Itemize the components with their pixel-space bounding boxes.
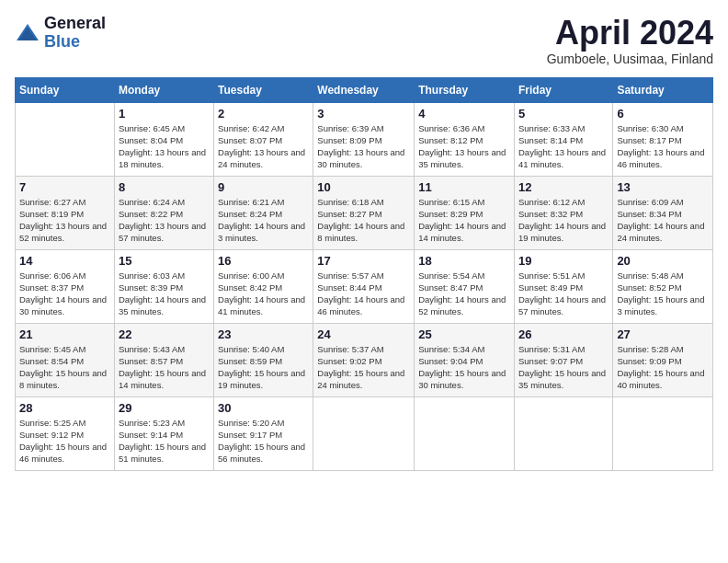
day-info: Sunrise: 6:36 AMSunset: 8:12 PMDaylight:… bbox=[418, 122, 510, 171]
weekday-header-tuesday: Tuesday bbox=[214, 77, 313, 102]
day-info: Sunrise: 6:12 AMSunset: 8:32 PMDaylight:… bbox=[518, 196, 609, 245]
day-info: Sunrise: 6:21 AMSunset: 8:24 PMDaylight:… bbox=[218, 196, 309, 245]
week-row-1: 1Sunrise: 6:45 AMSunset: 8:04 PMDaylight… bbox=[16, 102, 713, 176]
day-number: 6 bbox=[617, 107, 709, 121]
weekday-header-friday: Friday bbox=[514, 77, 612, 102]
weekday-header-row: SundayMondayTuesdayWednesdayThursdayFrid… bbox=[16, 77, 713, 102]
day-info: Sunrise: 6:18 AMSunset: 8:27 PMDaylight:… bbox=[317, 196, 410, 245]
day-info: Sunrise: 6:42 AMSunset: 8:07 PMDaylight:… bbox=[218, 122, 309, 171]
calendar-cell: 6Sunrise: 6:30 AMSunset: 8:17 PMDaylight… bbox=[613, 102, 713, 176]
day-number: 1 bbox=[119, 107, 210, 121]
weekday-header-sunday: Sunday bbox=[16, 77, 115, 102]
weekday-header-thursday: Thursday bbox=[415, 77, 515, 102]
day-number: 13 bbox=[617, 180, 709, 194]
day-number: 19 bbox=[518, 254, 609, 268]
day-number: 8 bbox=[119, 180, 210, 194]
day-number: 16 bbox=[218, 254, 309, 268]
page-header: General Blue April 2024 Gumboele, Uusima… bbox=[15, 15, 713, 66]
day-info: Sunrise: 6:39 AMSunset: 8:09 PMDaylight:… bbox=[317, 122, 410, 171]
day-info: Sunrise: 6:45 AMSunset: 8:04 PMDaylight:… bbox=[119, 122, 210, 171]
calendar-cell: 18Sunrise: 5:54 AMSunset: 8:47 PMDayligh… bbox=[415, 249, 515, 323]
day-info: Sunrise: 5:23 AMSunset: 9:14 PMDaylight:… bbox=[119, 417, 210, 465]
day-number: 11 bbox=[418, 180, 510, 194]
day-info: Sunrise: 5:28 AMSunset: 9:09 PMDaylight:… bbox=[617, 343, 709, 392]
calendar-cell: 13Sunrise: 6:09 AMSunset: 8:34 PMDayligh… bbox=[613, 176, 713, 249]
day-number: 28 bbox=[19, 401, 110, 415]
day-info: Sunrise: 5:54 AMSunset: 8:47 PMDaylight:… bbox=[418, 270, 510, 318]
location: Gumboele, Uusimaa, Finland bbox=[547, 52, 713, 66]
weekday-header-wednesday: Wednesday bbox=[313, 77, 415, 102]
day-number: 20 bbox=[617, 254, 709, 268]
day-info: Sunrise: 5:51 AMSunset: 8:49 PMDaylight:… bbox=[518, 270, 609, 318]
day-number: 12 bbox=[518, 180, 609, 194]
day-info: Sunrise: 6:03 AMSunset: 8:39 PMDaylight:… bbox=[119, 270, 210, 318]
calendar-cell bbox=[16, 102, 115, 176]
day-info: Sunrise: 5:20 AMSunset: 9:17 PMDaylight:… bbox=[218, 417, 309, 465]
day-number: 29 bbox=[119, 401, 210, 415]
calendar-cell: 19Sunrise: 5:51 AMSunset: 8:49 PMDayligh… bbox=[514, 249, 612, 323]
calendar-cell: 1Sunrise: 6:45 AMSunset: 8:04 PMDaylight… bbox=[114, 102, 213, 176]
calendar-cell: 15Sunrise: 6:03 AMSunset: 8:39 PMDayligh… bbox=[114, 249, 213, 323]
day-number: 7 bbox=[19, 180, 110, 194]
calendar-cell: 4Sunrise: 6:36 AMSunset: 8:12 PMDaylight… bbox=[415, 102, 515, 176]
title-block: April 2024 Gumboele, Uusimaa, Finland bbox=[547, 15, 713, 66]
week-row-5: 28Sunrise: 5:25 AMSunset: 9:12 PMDayligh… bbox=[16, 396, 713, 470]
calendar-cell: 26Sunrise: 5:31 AMSunset: 9:07 PMDayligh… bbox=[514, 323, 612, 396]
day-info: Sunrise: 5:40 AMSunset: 8:59 PMDaylight:… bbox=[218, 343, 309, 392]
day-info: Sunrise: 5:31 AMSunset: 9:07 PMDaylight:… bbox=[518, 343, 609, 392]
day-info: Sunrise: 6:09 AMSunset: 8:34 PMDaylight:… bbox=[617, 196, 709, 245]
day-number: 26 bbox=[518, 327, 609, 341]
calendar-cell: 14Sunrise: 6:06 AMSunset: 8:37 PMDayligh… bbox=[16, 249, 115, 323]
calendar-cell: 23Sunrise: 5:40 AMSunset: 8:59 PMDayligh… bbox=[214, 323, 313, 396]
day-info: Sunrise: 5:57 AMSunset: 8:44 PMDaylight:… bbox=[317, 270, 410, 318]
calendar-cell bbox=[514, 396, 612, 470]
day-number: 5 bbox=[518, 107, 609, 121]
calendar-cell: 10Sunrise: 6:18 AMSunset: 8:27 PMDayligh… bbox=[313, 176, 415, 249]
logo-text: General Blue bbox=[44, 15, 106, 52]
day-number: 23 bbox=[218, 327, 309, 341]
day-number: 21 bbox=[19, 327, 110, 341]
day-number: 14 bbox=[19, 254, 110, 268]
day-number: 30 bbox=[218, 401, 309, 415]
weekday-header-saturday: Saturday bbox=[613, 77, 713, 102]
calendar-cell: 2Sunrise: 6:42 AMSunset: 8:07 PMDaylight… bbox=[214, 102, 313, 176]
month-title: April 2024 bbox=[547, 15, 713, 52]
calendar-table: SundayMondayTuesdayWednesdayThursdayFrid… bbox=[15, 77, 713, 471]
week-row-4: 21Sunrise: 5:45 AMSunset: 8:54 PMDayligh… bbox=[16, 323, 713, 396]
day-info: Sunrise: 6:27 AMSunset: 8:19 PMDaylight:… bbox=[19, 196, 110, 245]
calendar-cell: 24Sunrise: 5:37 AMSunset: 9:02 PMDayligh… bbox=[313, 323, 415, 396]
day-number: 9 bbox=[218, 180, 309, 194]
day-info: Sunrise: 6:15 AMSunset: 8:29 PMDaylight:… bbox=[418, 196, 510, 245]
logo-icon bbox=[15, 20, 40, 46]
day-number: 15 bbox=[119, 254, 210, 268]
day-info: Sunrise: 6:33 AMSunset: 8:14 PMDaylight:… bbox=[518, 122, 609, 171]
day-info: Sunrise: 5:34 AMSunset: 9:04 PMDaylight:… bbox=[418, 343, 510, 392]
calendar-cell: 7Sunrise: 6:27 AMSunset: 8:19 PMDaylight… bbox=[16, 176, 115, 249]
day-number: 18 bbox=[418, 254, 510, 268]
calendar-cell bbox=[613, 396, 713, 470]
day-number: 27 bbox=[617, 327, 709, 341]
calendar-cell: 3Sunrise: 6:39 AMSunset: 8:09 PMDaylight… bbox=[313, 102, 415, 176]
day-info: Sunrise: 5:37 AMSunset: 9:02 PMDaylight:… bbox=[317, 343, 410, 392]
calendar-cell: 17Sunrise: 5:57 AMSunset: 8:44 PMDayligh… bbox=[313, 249, 415, 323]
day-info: Sunrise: 6:00 AMSunset: 8:42 PMDaylight:… bbox=[218, 270, 309, 318]
day-info: Sunrise: 5:45 AMSunset: 8:54 PMDaylight:… bbox=[19, 343, 110, 392]
calendar-cell: 22Sunrise: 5:43 AMSunset: 8:57 PMDayligh… bbox=[114, 323, 213, 396]
calendar-cell: 9Sunrise: 6:21 AMSunset: 8:24 PMDaylight… bbox=[214, 176, 313, 249]
logo-blue: Blue bbox=[44, 33, 106, 52]
calendar-cell: 25Sunrise: 5:34 AMSunset: 9:04 PMDayligh… bbox=[415, 323, 515, 396]
day-number: 3 bbox=[317, 107, 410, 121]
calendar-cell: 27Sunrise: 5:28 AMSunset: 9:09 PMDayligh… bbox=[613, 323, 713, 396]
week-row-2: 7Sunrise: 6:27 AMSunset: 8:19 PMDaylight… bbox=[16, 176, 713, 249]
day-number: 4 bbox=[418, 107, 510, 121]
calendar-cell bbox=[313, 396, 415, 470]
calendar-cell: 30Sunrise: 5:20 AMSunset: 9:17 PMDayligh… bbox=[214, 396, 313, 470]
day-number: 25 bbox=[418, 327, 510, 341]
day-info: Sunrise: 5:25 AMSunset: 9:12 PMDaylight:… bbox=[19, 417, 110, 465]
calendar-cell: 5Sunrise: 6:33 AMSunset: 8:14 PMDaylight… bbox=[514, 102, 612, 176]
logo-general: General bbox=[44, 15, 106, 33]
day-info: Sunrise: 5:43 AMSunset: 8:57 PMDaylight:… bbox=[119, 343, 210, 392]
calendar-cell: 21Sunrise: 5:45 AMSunset: 8:54 PMDayligh… bbox=[16, 323, 115, 396]
calendar-cell bbox=[415, 396, 515, 470]
calendar-cell: 29Sunrise: 5:23 AMSunset: 9:14 PMDayligh… bbox=[114, 396, 213, 470]
